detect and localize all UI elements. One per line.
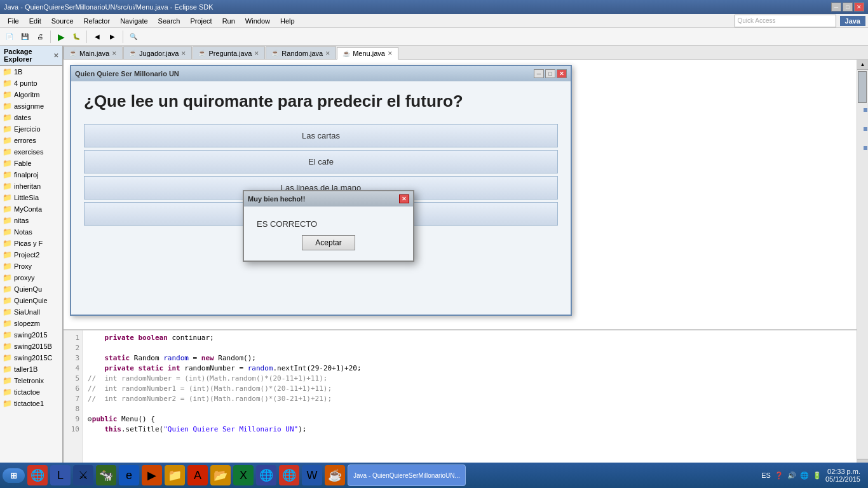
minimize-button[interactable]: ─ xyxy=(831,3,841,11)
menu-source[interactable]: Source xyxy=(46,16,79,26)
java-perspective-btn[interactable]: Java xyxy=(840,16,865,26)
start-button[interactable]: ⊞ xyxy=(3,468,25,483)
taskbar-excel-icon[interactable]: X xyxy=(233,465,254,485)
menu-navigate[interactable]: Navigate xyxy=(115,16,153,26)
sidebar-item-picasf[interactable]: 📁Picas y F xyxy=(0,238,62,249)
toolbar-back[interactable]: ◀ xyxy=(90,30,104,44)
quien-maximize-btn[interactable]: □ xyxy=(545,69,555,78)
tab-random-java[interactable]: ☕ Random.java ✕ xyxy=(266,46,336,59)
close-button[interactable]: ✕ xyxy=(854,3,864,11)
taskbar-word-icon[interactable]: W xyxy=(302,465,322,485)
menu-run[interactable]: Run xyxy=(217,16,240,26)
tab-label: Random.java xyxy=(281,50,323,57)
tab-close-jugador[interactable]: ✕ xyxy=(181,50,186,57)
sidebar-item-teletronix[interactable]: 📁Teletronix xyxy=(0,375,62,386)
menu-refactor[interactable]: Refactor xyxy=(79,16,116,26)
toolbar-search[interactable]: 🔍 xyxy=(126,30,140,44)
sidebar-item-swing2015c[interactable]: 📁swing2015C xyxy=(0,352,62,363)
menu-help[interactable]: Help xyxy=(275,16,300,26)
sidebar-item-ejercicio[interactable]: 📁Ejercicio xyxy=(0,123,62,135)
sidebar-item-assignme[interactable]: 📁assignme xyxy=(0,100,62,112)
sidebar-item-tictactoe[interactable]: 📁tictactoe xyxy=(0,386,62,398)
sidebar-item-swing2015[interactable]: 📁swing2015 xyxy=(0,329,62,341)
sidebar-item-1b[interactable]: 📁1B xyxy=(0,66,62,78)
taskbar-java-icon[interactable]: ☕ xyxy=(325,465,345,485)
dialog-close-btn[interactable]: ✕ xyxy=(399,194,409,203)
tab-close-menu[interactable]: ✕ xyxy=(388,50,393,57)
sidebar-item-proxyy[interactable]: 📁proxyy xyxy=(0,272,62,283)
tab-pregunta-java[interactable]: ☕ Pregunta.java ✕ xyxy=(193,46,265,59)
sidebar-item-proxy[interactable]: 📁Proxy xyxy=(0,261,62,272)
toolbar-new[interactable]: 📄 xyxy=(3,30,17,44)
answer-btn-1[interactable]: El cafe xyxy=(84,150,558,173)
toolbar-forward[interactable]: ▶ xyxy=(105,30,119,44)
sidebar-item-tictactoe1[interactable]: 📁tictactoe1 xyxy=(0,398,62,409)
sidebar-item-nitas[interactable]: 📁nitas xyxy=(0,215,62,226)
folder-icon: 📁 xyxy=(3,227,12,236)
package-explorer-close[interactable]: ✕ xyxy=(53,52,58,59)
sidebar-item-algoritm[interactable]: 📁Algoritm xyxy=(0,89,62,100)
quien-close-btn[interactable]: ✕ xyxy=(557,69,567,78)
sidebar-item-siaunall[interactable]: 📁SiaUnall xyxy=(0,306,62,318)
scroll-thumb[interactable] xyxy=(858,71,867,103)
toolbar-save[interactable]: 💾 xyxy=(18,30,32,44)
menu-project[interactable]: Project xyxy=(185,16,217,26)
answer-btn-0[interactable]: Las cartas xyxy=(84,124,558,147)
sidebar-item-quienqu[interactable]: 📁QuienQu xyxy=(0,283,62,295)
sidebar-item-4punto[interactable]: 📁4 punto xyxy=(0,78,62,89)
package-explorer-panel: Package Explorer ✕ 📁1B 📁4 punto 📁Algorit… xyxy=(0,46,64,469)
toolbar-print[interactable]: 🖨 xyxy=(33,30,47,44)
taskbar-eclipse-active[interactable]: Java - QuienQuiereSerMillonarioUN... xyxy=(348,464,466,486)
menu-window[interactable]: Window xyxy=(240,16,275,26)
tab-close-pregunta[interactable]: ✕ xyxy=(254,50,259,57)
sidebar-item-myconta[interactable]: 📁MyConta xyxy=(0,203,62,215)
taskbar-game-icon[interactable]: ⚔ xyxy=(73,465,93,485)
taskbar-acrobat-icon[interactable]: A xyxy=(187,465,208,485)
scroll-track xyxy=(857,70,868,459)
taskbar-ie-icon[interactable]: e xyxy=(119,465,139,485)
taskbar-vpn-icon[interactable]: 🌐 xyxy=(256,465,276,485)
sidebar-item-inheritan[interactable]: 📁inheritan xyxy=(0,180,62,192)
sidebar-item-exercises[interactable]: 📁exercises xyxy=(0,146,62,158)
toolbar: 📄 💾 🖨 ▶ 🐛 ◀ ▶ 🔍 xyxy=(0,28,868,46)
toolbar-run[interactable]: ▶ xyxy=(54,30,68,44)
maximize-button[interactable]: □ xyxy=(843,3,853,11)
code-editor[interactable]: 1234 5678 910 private boolean continuar;… xyxy=(64,329,868,469)
sidebar-item-fable[interactable]: 📁Fable xyxy=(0,158,62,169)
tab-close-random[interactable]: ✕ xyxy=(325,50,330,57)
quien-minimize-btn[interactable]: ─ xyxy=(534,69,544,78)
tab-jugador-java[interactable]: ☕ Jugador.java ✕ xyxy=(123,46,192,59)
sidebar-item-taller1b[interactable]: 📁taller1B xyxy=(0,363,62,375)
taskbar-chrome2-icon[interactable]: 🌐 xyxy=(279,465,299,485)
taskbar-files-icon[interactable]: 📁 xyxy=(165,465,185,485)
taskbar-animal-icon[interactable]: 🐄 xyxy=(96,465,116,485)
menu-edit[interactable]: Edit xyxy=(24,16,46,26)
taskbar-media-icon[interactable]: ▶ xyxy=(142,465,162,485)
tab-close-main[interactable]: ✕ xyxy=(112,50,117,57)
tab-main-java[interactable]: ☕ Main.java ✕ xyxy=(64,46,123,59)
menu-search[interactable]: Search xyxy=(153,16,186,26)
folder-icon: 📁 xyxy=(3,330,12,339)
tab-menu-java[interactable]: ☕ Menu.java ✕ xyxy=(337,47,398,60)
sidebar-item-littlesia[interactable]: 📁LittleSia xyxy=(0,192,62,203)
sidebar-item-finalproj[interactable]: 📁finalproj xyxy=(0,169,62,180)
sidebar-item-errores[interactable]: 📁errores xyxy=(0,135,62,146)
sidebar-item-swing2015b[interactable]: 📁swing2015B xyxy=(0,341,62,352)
code-content[interactable]: private boolean continuar; static Random… xyxy=(83,330,868,469)
sidebar-item-dates[interactable]: 📁dates xyxy=(0,112,62,123)
menu-file[interactable]: File xyxy=(3,16,24,26)
sidebar-item-slopezm[interactable]: 📁slopezm xyxy=(0,318,62,329)
toolbar-debug[interactable]: 🐛 xyxy=(69,30,83,44)
taskbar-league-icon[interactable]: L xyxy=(50,465,71,485)
folder-icon: 📁 xyxy=(3,216,12,225)
sidebar-item-project2[interactable]: 📁Project2 xyxy=(0,249,62,261)
sidebar-item-notas[interactable]: 📁Notas xyxy=(0,226,62,238)
taskbar-folder-icon[interactable]: 📂 xyxy=(210,465,231,485)
dialog-ok-button[interactable]: Aceptar xyxy=(302,235,355,250)
taskbar-chrome-icon[interactable]: 🌐 xyxy=(27,465,48,485)
sidebar-item-quienquie[interactable]: 📁QuienQuie xyxy=(0,295,62,306)
folder-icon: 📁 xyxy=(3,308,12,316)
clock-time: 02:33 p.m. xyxy=(825,468,860,475)
quick-access-input[interactable]: Quick Access xyxy=(735,15,836,27)
scroll-up-btn[interactable]: ▲ xyxy=(857,60,868,70)
